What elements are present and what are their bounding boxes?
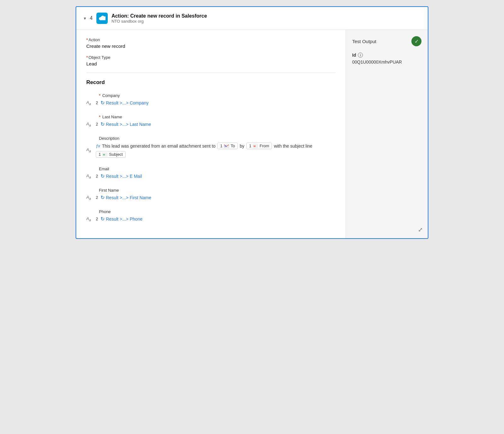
subject-chip[interactable]: 1 M Subject xyxy=(96,151,126,158)
email-label: Email xyxy=(99,166,335,171)
record-field-description: Description Aa ƒx This lead was generate… xyxy=(86,136,335,158)
refresh-icon-firstname: ↻ xyxy=(100,194,105,200)
action-panel: ▾ 4 Action: Create new record in Salesfo… xyxy=(76,6,428,239)
firstname-step-badge: 2 xyxy=(96,195,98,200)
aa-icon-company: Aa xyxy=(86,100,93,106)
chevron-icon[interactable]: ▾ xyxy=(84,16,86,21)
lastname-label: * Last Name xyxy=(99,115,335,119)
subject-chip-num: 1 xyxy=(99,152,101,157)
from-chip-num: 1 xyxy=(249,144,251,148)
action-header: ▾ 4 Action: Create new record in Salesfo… xyxy=(76,7,428,30)
step-number: 4 xyxy=(90,15,93,21)
right-panel: Test Output ✓ Id i 00Q1U00000XmhvPUAR ⤢ xyxy=(346,30,428,238)
id-field-label: Id i xyxy=(352,53,421,58)
test-output-header: Test Output ✓ xyxy=(352,36,421,46)
svg-text:M: M xyxy=(225,145,226,148)
to-chip-num: 1 xyxy=(220,144,222,148)
firstname-label: First Name xyxy=(99,188,335,193)
phone-step-badge: 2 xyxy=(96,217,98,221)
email-ref-chip[interactable]: ↻ Result >...> E Mail xyxy=(100,173,142,179)
record-field-email: Email Aa 2 ↻ Result >...> E Mail xyxy=(86,166,335,179)
aa-icon-email: Aa xyxy=(86,173,93,179)
phone-ref-chip[interactable]: ↻ Result >...> Phone xyxy=(100,216,142,222)
company-step-badge: 2 xyxy=(96,100,98,105)
company-required-star: * xyxy=(99,93,100,98)
email-ref-link[interactable]: Result >...> E Mail xyxy=(106,174,142,179)
company-value: Aa 2 ↻ Result >...> Company xyxy=(86,100,335,106)
action-title-group: Action: Create new record in Salesforce … xyxy=(112,13,207,24)
refresh-icon-email: ↻ xyxy=(100,173,105,179)
aa-icon-firstname: Aa xyxy=(86,195,93,200)
left-panel: *Action Create new record *Object Type L… xyxy=(76,30,346,238)
aa-icon-phone: Aa xyxy=(86,216,93,222)
main-layout: *Action Create new record *Object Type L… xyxy=(76,30,428,238)
description-label: Description xyxy=(99,136,335,141)
action-field-group: *Action Create new record xyxy=(86,37,335,49)
lastname-step-badge: 2 xyxy=(96,122,98,127)
description-pre-text: This lead was generated from an email at… xyxy=(102,144,215,149)
checkmark-icon: ✓ xyxy=(415,38,419,44)
description-value: Aa ƒx This lead was generated from an em… xyxy=(86,143,335,158)
aa-icon-lastname: Aa xyxy=(86,121,93,127)
record-field-company: * Company Aa 2 ↻ Result >...> Company xyxy=(86,93,335,106)
test-output-label: Test Output xyxy=(352,39,376,44)
lastname-ref-link[interactable]: Result >...> Last Name xyxy=(106,122,151,127)
record-field-firstname: First Name Aa 2 ↻ Result >...> First Nam… xyxy=(86,188,335,200)
lastname-ref-chip[interactable]: ↻ Result >...> Last Name xyxy=(100,121,151,127)
object-type-field-group: *Object Type Lead xyxy=(86,55,335,66)
company-label: * Company xyxy=(99,93,335,98)
refresh-icon-company: ↻ xyxy=(100,100,105,106)
firstname-ref-link[interactable]: Result >...> First Name xyxy=(106,195,151,200)
svg-text:M: M xyxy=(103,153,105,156)
object-type-label: *Object Type xyxy=(86,55,335,60)
section-divider xyxy=(86,73,335,73)
success-icon: ✓ xyxy=(411,36,421,46)
by-text: by xyxy=(240,144,244,149)
record-field-phone: Phone Aa 2 ↻ Result >...> Phone xyxy=(86,209,335,222)
subject-pre-text: with the subject line xyxy=(274,144,312,149)
firstname-value: Aa 2 ↻ Result >...> First Name xyxy=(86,194,335,200)
id-label-text: Id xyxy=(352,53,356,58)
object-type-value: Lead xyxy=(86,61,335,66)
company-ref-chip[interactable]: ↻ Result >...> Company xyxy=(100,100,148,106)
phone-ref-link[interactable]: Result >...> Phone xyxy=(106,217,142,222)
from-chip[interactable]: 1 M From xyxy=(246,143,272,149)
fx-icon: ƒx xyxy=(96,144,100,148)
svg-text:M: M xyxy=(254,145,255,148)
info-icon[interactable]: i xyxy=(358,53,363,58)
phone-value: Aa 2 ↻ Result >...> Phone xyxy=(86,216,335,222)
refresh-icon-phone: ↻ xyxy=(100,216,105,222)
subject-chip-label: Subject xyxy=(109,152,123,157)
from-chip-label: From xyxy=(260,144,269,148)
refresh-icon-lastname: ↻ xyxy=(100,121,105,127)
action-title: Action: Create new record in Salesforce xyxy=(112,13,207,19)
expand-icon[interactable]: ⤢ xyxy=(418,226,423,233)
action-field-value: Create new record xyxy=(86,43,335,49)
company-ref-link[interactable]: Result >...> Company xyxy=(106,100,148,105)
record-field-lastname: * Last Name Aa 2 ↻ Result >...> Last Nam… xyxy=(86,115,335,127)
id-value: 00Q1U00000XmhvPUAR xyxy=(352,59,421,65)
action-field-label: *Action xyxy=(86,37,335,42)
to-chip[interactable]: 1 M To xyxy=(217,143,238,149)
record-section-title: Record xyxy=(86,79,335,86)
email-value: Aa 2 ↻ Result >...> E Mail xyxy=(86,173,335,179)
firstname-ref-chip[interactable]: ↻ Result >...> First Name xyxy=(100,194,151,200)
phone-label: Phone xyxy=(99,209,335,214)
salesforce-logo xyxy=(96,13,108,24)
object-type-required-star: * xyxy=(86,55,88,60)
action-subtitle: NTO sandbox org xyxy=(112,19,207,24)
lastname-value: Aa 2 ↻ Result >...> Last Name xyxy=(86,121,335,127)
lastname-required-star: * xyxy=(99,115,100,119)
action-required-star: * xyxy=(86,37,88,42)
to-chip-label: To xyxy=(231,144,235,148)
description-formula: ƒx This lead was generated from an email… xyxy=(96,143,335,158)
email-step-badge: 2 xyxy=(96,174,98,178)
aa-icon-description: Aa xyxy=(86,147,93,153)
